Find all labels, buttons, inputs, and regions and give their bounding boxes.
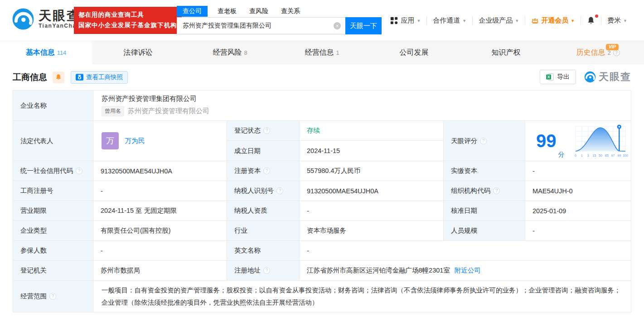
help-icon[interactable]: ? [263,267,270,274]
value-approval-date: 2025-01-09 [525,201,631,221]
tab-count: 1 [336,49,339,56]
label-insured-count: 参保人数 [13,241,93,261]
label-registration-status: 登记状态? [227,121,300,141]
search-area: 查公司 查老板 查风险 查关系 × 天眼一下 [177,5,382,34]
help-icon[interactable]: ? [49,293,56,300]
value-english-name: - [300,241,631,261]
slogan-banner: 都在用的商业查询工具 国家中小企业发展子基金旗下机构 [74,7,182,34]
value-credit-code: 91320500MAE54UJH0A [93,161,227,181]
tab-label: 公司发展 [400,48,429,57]
help-icon[interactable]: ? [613,49,620,56]
tab-count: 114 [57,49,67,56]
search-tabs: 查公司 查老板 查风险 查关系 [177,5,382,17]
svg-text:0: 0 [575,154,576,157]
status-badge: 存续 [307,126,320,135]
value-legal-representative: 万 万为民 [93,121,227,161]
help-icon[interactable]: ? [493,187,500,194]
score-marker-dot [618,126,620,128]
view-snapshot-button[interactable]: 查看工商快照 [71,71,128,84]
clear-icon[interactable]: × [334,22,341,29]
nav-apps[interactable]: 应用▼ [384,16,426,25]
top-header: 天眼查 TianYanCha.com 都在用的商业查询工具 国家中小企业发展子基… [0,0,644,41]
value-registration-status: 存续 [300,121,444,141]
help-icon[interactable]: ? [263,127,270,134]
grid-icon [390,17,398,24]
label-business-scope: 经营范围? [13,281,93,312]
value-company-type: 有限责任公司(国有控股) [93,221,227,241]
search-button[interactable]: 天眼一下 [345,17,382,34]
label-credit-code: 统一社会信用代码? [13,161,93,181]
nav-notifications[interactable] [581,16,601,25]
chevron-down-icon: ▼ [416,19,421,23]
legal-rep-link[interactable]: 万为民 [125,137,145,145]
tab-operating-risk[interactable]: 经营风险 8 [184,41,276,64]
value-insured-count: - [93,241,227,261]
label-tianyan-score: 天眼评分? [444,121,525,161]
excel-icon: X [546,73,554,81]
watermark-swirl-icon [584,71,596,83]
tab-label: 基本信息 [26,48,55,57]
tab-label: 经营风险 [213,48,242,57]
label-legal-representative: 法定代表人 [13,121,93,161]
slogan-line1: 都在用的商业查询工具 [78,10,177,20]
svg-text:100: 100 [623,154,628,157]
tab-history-info[interactable]: VIP 历史信息 2 ? [552,41,644,64]
svg-text:97: 97 [611,154,615,157]
label-business-term: 营业期限 [13,201,93,221]
help-icon[interactable]: ? [276,187,283,194]
nearby-companies-link[interactable]: 附近公司 [455,266,481,275]
help-icon[interactable]: ? [263,168,270,174]
nav-partner[interactable]: 合作通道▼ [426,16,472,25]
tab-intellectual-property[interactable]: 知识产权 [460,41,552,64]
label-taxpayer-quality: 纳税人资质 [227,201,300,221]
avatar[interactable]: 万 [102,132,119,149]
subscribe-bell-button[interactable] [53,72,64,83]
tab-business-info[interactable]: 经营信息 1 [276,41,368,64]
svg-text:85: 85 [605,154,608,157]
value-taxpayer-id: 91320500MAE54UJH0A [300,181,444,201]
label-registered-address: 注册地址? [227,261,300,281]
label-org-code: 组织机构代码? [444,181,525,201]
chevron-down-icon: ▼ [515,19,519,23]
label-registration-number: 工商注册号 [13,181,93,201]
watermark-logo: 天眼查 [584,70,631,84]
label-company-name: 企业名称 [13,91,93,121]
value-establish-date: 2024-11-15 [300,141,444,161]
tab-legal-proceedings[interactable]: 法律诉讼 [92,41,184,64]
camera-icon [76,74,83,81]
notification-badge [595,14,598,18]
nav-enterprise-label: 企业级产品 [479,16,513,25]
bell-icon [55,74,62,81]
search-tab-risk[interactable]: 查风险 [249,7,268,15]
search-input[interactable] [177,17,345,34]
nav-enterprise[interactable]: 企业级产品▼ [472,16,525,25]
value-registered-capital: 557980.4万人民币 [300,161,444,181]
tab-count: 8 [244,49,247,56]
search-tab-company[interactable]: 查公司 [177,6,208,17]
nav-vip-label: 开通会员 [541,16,568,25]
value-industry: 资本市场服务 [300,221,444,241]
export-button[interactable]: X 导出 [540,70,576,84]
label-registered-capital: 注册资本? [227,161,300,181]
svg-text:3: 3 [587,154,589,157]
chart-x-axis: 0 1 3 15 50 85 97 99 100 [575,154,628,157]
label-taxpayer-id: 纳税人识别号? [227,181,300,201]
value-registration-authority: 苏州市数据局 [93,261,227,281]
search-tab-boss[interactable]: 查老板 [218,7,237,15]
value-tianyan-score: 99 分 [525,121,631,161]
search-tab-relation[interactable]: 查关系 [281,7,300,15]
value-business-scope: 一般项目：自有资金投资的资产管理服务；股权投资；以自有资金从事投资活动；财务咨询… [93,281,631,312]
tab-company-development[interactable]: 公司发展 [368,41,460,64]
help-icon[interactable]: ? [76,168,82,174]
score-number: 99 [536,132,557,150]
watermark-text: 天眼查 [599,70,631,84]
chevron-down-icon: ▼ [623,19,627,23]
help-icon[interactable]: ? [480,138,487,144]
nav-vip[interactable]: 开通会员▼ [525,16,581,25]
svg-text:50: 50 [599,154,602,157]
section-title: 工商信息 [13,72,47,83]
slogan-line2: 国家中小企业发展子基金旗下机构 [78,20,177,31]
tab-basic-info[interactable]: 基本信息 114 [0,41,92,64]
value-company-name: 苏州资产投资管理集团有限公司 曾用名 苏州资产投资管理有限公司 [93,91,631,121]
nav-user[interactable]: 费米▼ [601,16,633,25]
